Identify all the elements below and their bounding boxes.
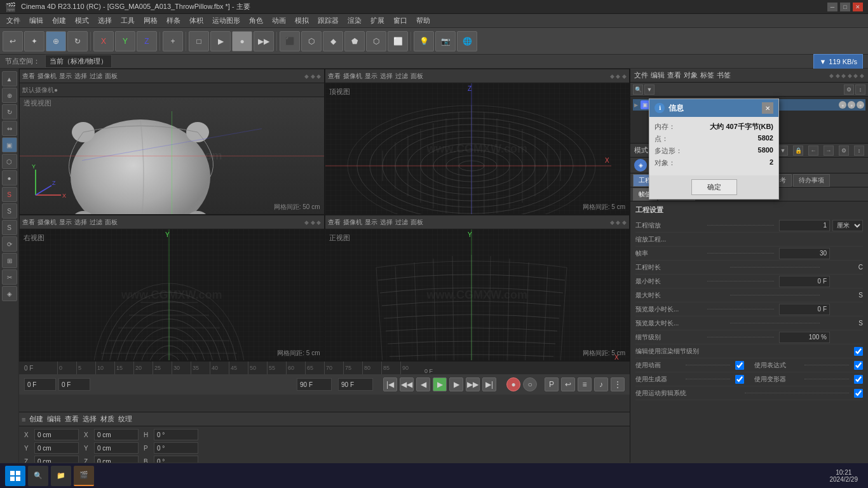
menu-mode[interactable]: 模式 xyxy=(71,15,93,27)
vp1-menu-select[interactable]: 选择 xyxy=(74,72,87,81)
prop-expr-check[interactable] xyxy=(854,361,863,370)
vp1-menu-display[interactable]: 显示 xyxy=(59,72,72,81)
tb-rotate[interactable]: ↻ xyxy=(67,31,88,51)
vp2-menu-display[interactable]: 显示 xyxy=(365,72,377,81)
start-button[interactable] xyxy=(5,466,25,486)
vp2-menu-view[interactable]: 查看 xyxy=(328,72,341,81)
tb-light[interactable]: 💡 xyxy=(414,31,434,51)
obj-vis1[interactable]: ● xyxy=(839,101,846,109)
play-step-fwd-btn[interactable]: ▶ xyxy=(449,377,463,391)
obj-filter-btn[interactable]: ▼ xyxy=(644,85,654,95)
prop-lod-input[interactable] xyxy=(779,332,830,343)
menu-mograph[interactable]: 运动图形 xyxy=(208,15,244,27)
obj-mgr-menu-object[interactable]: 对象 xyxy=(684,71,698,80)
timeline-max-field[interactable] xyxy=(297,378,332,391)
props-arrow-icon[interactable]: ← xyxy=(808,146,818,156)
obj-mgr-menu-tag[interactable]: 标签 xyxy=(700,71,714,80)
nodespace-value[interactable]: 当前（标准/物理） xyxy=(45,55,112,68)
prop-render-lod-check[interactable] xyxy=(854,347,863,356)
obj-vis2[interactable]: ● xyxy=(848,101,855,109)
vp4-menu-view[interactable]: 查看 xyxy=(328,218,341,227)
tb-obj4[interactable]: ⬟ xyxy=(344,31,365,51)
autokey-btn[interactable]: ○ xyxy=(523,377,537,391)
vp1-menu-panel[interactable]: 面板 xyxy=(105,72,118,81)
minimize-button[interactable]: ─ xyxy=(827,3,837,11)
sidebar-knife[interactable]: ✂ xyxy=(2,269,17,285)
props-filter-icon[interactable]: ▼ xyxy=(778,146,788,156)
prop-min-dur-input[interactable] xyxy=(779,276,830,287)
timeline-ruler[interactable]: 0 F 0 5 10 15 20 25 30 35 40 45 50 55 60… xyxy=(19,362,630,374)
sidebar-magnet[interactable]: ⟳ xyxy=(2,236,17,252)
obj-mgr-menu-file[interactable]: 文件 xyxy=(634,71,648,80)
menu-select-btn[interactable]: 选择 xyxy=(83,414,97,424)
menu-help[interactable]: 帮助 xyxy=(412,15,434,27)
tb-axis-x[interactable]: X xyxy=(93,31,114,51)
menu-edit[interactable]: 编辑 xyxy=(25,15,47,27)
menu-mesh[interactable]: 网格 xyxy=(140,15,161,27)
timeline-current-field[interactable] xyxy=(58,378,90,391)
vp3-menu-view[interactable]: 查看 xyxy=(22,218,35,227)
tb-render-region[interactable]: □ xyxy=(189,31,209,51)
tb-add[interactable]: + xyxy=(163,31,183,51)
vp4-menu-camera[interactable]: 摄像机 xyxy=(343,218,362,227)
timeline-start-field[interactable] xyxy=(24,378,56,391)
prop-fps-input[interactable] xyxy=(779,248,830,259)
tb-move[interactable]: ⊕ xyxy=(46,31,66,51)
coord-h2-input[interactable] xyxy=(154,429,198,440)
props-expand-icon[interactable]: ↕ xyxy=(854,146,864,156)
menu-create[interactable]: 创建 xyxy=(48,15,70,27)
props-header-mode[interactable]: 模式 xyxy=(634,146,648,155)
viewport-front[interactable]: 查看 摄像机 显示 选择 过滤 面板 ◆ ◆ ◆ www.CGMXW.com xyxy=(325,215,630,361)
prop-deform-check[interactable] xyxy=(854,375,863,384)
loop-btn[interactable]: ↩ xyxy=(561,377,575,391)
tab-todo[interactable]: 待办事项 xyxy=(793,174,830,187)
obj-mgr-menu-edit[interactable]: 编辑 xyxy=(651,71,665,80)
sidebar-s2[interactable]: S xyxy=(2,203,17,219)
preview-btn[interactable]: P xyxy=(545,377,559,391)
props-lock-icon[interactable]: 🔒 xyxy=(793,146,803,156)
vp3-menu-panel[interactable]: 面板 xyxy=(105,218,118,227)
vp4-menu-select[interactable]: 选择 xyxy=(380,218,393,227)
obj-mgr-menu-view[interactable]: 查看 xyxy=(667,71,681,80)
tb-obj3[interactable]: ◆ xyxy=(323,31,343,51)
menu-render[interactable]: 渲染 xyxy=(344,15,365,27)
obj-search-btn[interactable]: 🔍 xyxy=(633,85,643,95)
menu-material-btn[interactable]: 材质 xyxy=(100,414,114,424)
play-next-btn[interactable]: ▶▶ xyxy=(466,377,480,391)
vp2-menu-select[interactable]: 选择 xyxy=(380,72,393,81)
menu-select[interactable]: 选择 xyxy=(94,15,116,27)
prop-anim-check[interactable] xyxy=(735,361,744,370)
menu-view-btn[interactable]: 查看 xyxy=(65,414,79,424)
play-start-btn[interactable]: |◀ xyxy=(383,377,397,391)
coord-h-input[interactable] xyxy=(94,429,139,440)
menu-create-btn[interactable]: 创建 xyxy=(29,414,43,424)
sound-btn[interactable]: ♪ xyxy=(594,377,608,391)
vp4-menu-filter[interactable]: 过滤 xyxy=(395,218,408,227)
obj-expand-btn[interactable]: ↕ xyxy=(855,85,865,95)
menu-texture-btn[interactable]: 纹理 xyxy=(118,414,132,424)
sidebar-select[interactable]: ▲ xyxy=(2,71,17,86)
tb-obj6[interactable]: ⬜ xyxy=(388,31,408,51)
vp1-menu-filter[interactable]: 过滤 xyxy=(90,72,102,81)
taskbar-c4d[interactable]: 🎬 xyxy=(74,466,94,486)
play-prev-btn[interactable]: ◀◀ xyxy=(400,377,414,391)
tb-obj5[interactable]: ⬡ xyxy=(366,31,386,51)
tb-render-vp[interactable]: ▶ xyxy=(210,31,231,51)
menu-file[interactable]: 文件 xyxy=(3,15,24,27)
vp4-menu-panel[interactable]: 面板 xyxy=(410,218,423,227)
tb-cam[interactable]: 📷 xyxy=(435,31,456,51)
tb-axis-z[interactable]: Z xyxy=(137,31,157,51)
prop-scale-unit[interactable]: 厘米 毫米 米 xyxy=(832,220,863,231)
vp3-menu-display[interactable]: 显示 xyxy=(59,218,72,227)
prop-scale-input[interactable] xyxy=(779,220,830,231)
props-arrow2-icon[interactable]: → xyxy=(824,146,834,156)
menu-edit-btn[interactable]: 编辑 xyxy=(47,414,61,424)
network-speed-btn[interactable]: ▼ 119 KB/s xyxy=(813,54,863,69)
coord-x-input[interactable] xyxy=(34,429,79,440)
sidebar-poly[interactable]: ▣ xyxy=(2,137,17,152)
menu-volume[interactable]: 体积 xyxy=(186,15,207,27)
menu-tracker[interactable]: 跟踪器 xyxy=(314,15,342,27)
coord-y-input[interactable] xyxy=(34,442,79,454)
tb-axis-y[interactable]: Y xyxy=(115,31,135,51)
coord-p-input[interactable] xyxy=(94,442,139,454)
